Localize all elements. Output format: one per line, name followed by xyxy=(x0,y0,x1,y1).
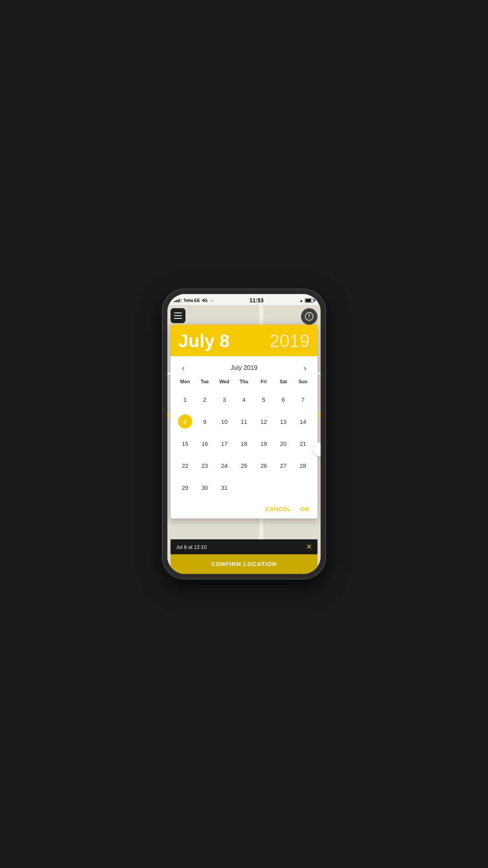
calendar-day[interactable]: 12 xyxy=(254,411,273,432)
menu-button[interactable] xyxy=(171,308,185,323)
weekday-label: Thu xyxy=(234,377,254,386)
calendar-day[interactable]: 15 xyxy=(175,433,195,454)
signal-bar-1 xyxy=(174,301,176,302)
status-left: Telia EE 4G ↔ xyxy=(174,298,214,303)
calendar-day[interactable]: 3 xyxy=(215,389,234,410)
calendar-header-day: July 8 xyxy=(178,332,229,350)
battery-fill xyxy=(306,299,311,302)
calendar-actions: CANCEL OK xyxy=(171,502,317,519)
calendar-day[interactable]: 28 xyxy=(293,455,313,476)
calendar-overlay: July 8 2019 ‹ July 2019 › MonTueWedThuFr… xyxy=(167,325,321,574)
calendar-day[interactable]: 21 xyxy=(293,433,313,454)
weekday-label: Fri xyxy=(254,377,273,386)
calendar-month-label: July 2019 xyxy=(231,364,258,371)
signal-bars xyxy=(174,298,182,302)
calendar-day[interactable]: 9 xyxy=(195,411,215,432)
menu-line-3 xyxy=(174,318,182,319)
phone-screen: Telia EE 4G ↔ 11:53 ▲ Pardi Marta Rah xyxy=(167,294,321,574)
calendar-weekdays: MonTueWedThuFriSatSun xyxy=(175,377,313,386)
calendar-header: July 8 2019 xyxy=(171,325,317,356)
battery-indicator xyxy=(305,298,314,303)
ok-button[interactable]: OK xyxy=(301,506,310,512)
weekday-label: Mon xyxy=(175,377,195,386)
calendar-day[interactable]: 4 xyxy=(234,389,254,410)
calendar-day[interactable]: 2 xyxy=(195,389,215,410)
svg-marker-2 xyxy=(308,316,310,320)
status-bar: Telia EE 4G ↔ 11:53 ▲ xyxy=(167,294,321,305)
calendar-day[interactable]: 20 xyxy=(273,433,293,454)
weekday-label: Wed xyxy=(215,377,234,386)
weekday-label: Sat xyxy=(273,377,293,386)
calendar-nav: ‹ July 2019 › xyxy=(171,356,317,377)
calendar-day[interactable]: 29 xyxy=(175,477,195,498)
signal-bar-4 xyxy=(180,298,182,302)
status-right: ▲ xyxy=(299,298,314,303)
calendar-day xyxy=(273,477,293,498)
calendar-modal: July 8 2019 ‹ July 2019 › MonTueWedThuFr… xyxy=(171,325,317,519)
calendar-days: 1234567891011121314151617181920212223242… xyxy=(175,389,313,498)
data-icon: ↔ xyxy=(210,298,214,303)
network-label: 4G xyxy=(202,298,208,303)
calendar-day[interactable]: 23 xyxy=(195,455,215,476)
calendar-day[interactable]: 18 xyxy=(234,433,254,454)
cancel-button[interactable]: CANCEL xyxy=(265,506,291,512)
compass-icon xyxy=(305,312,314,321)
weekday-label: Tue xyxy=(195,377,215,386)
map-area: Pardi Marta Rahu Magdalena St xyxy=(167,305,321,574)
menu-line-1 xyxy=(174,313,182,313)
calendar-day[interactable]: 27 xyxy=(273,455,293,476)
svg-marker-1 xyxy=(308,313,310,316)
status-time: 11:53 xyxy=(250,297,264,303)
selected-day[interactable]: 8 xyxy=(175,411,195,432)
calendar-day[interactable]: 19 xyxy=(254,433,273,454)
calendar-day[interactable]: 22 xyxy=(175,455,195,476)
calendar-grid: MonTueWedThuFriSatSun 123456789101112131… xyxy=(171,377,317,502)
calendar-day xyxy=(234,477,254,498)
next-month-button[interactable]: › xyxy=(299,362,311,374)
calendar-day xyxy=(254,477,273,498)
calendar-day[interactable]: 25 xyxy=(234,455,254,476)
calendar-header-year: 2019 xyxy=(270,332,310,350)
calendar-day xyxy=(293,477,313,498)
compass-button[interactable] xyxy=(301,308,317,325)
calendar-day[interactable]: 16 xyxy=(195,433,215,454)
calendar-day[interactable]: 1 xyxy=(175,389,195,410)
calendar-day[interactable]: 26 xyxy=(254,455,273,476)
location-icon: ▲ xyxy=(299,298,303,303)
carrier-label: Telia EE xyxy=(183,298,200,303)
calendar-day[interactable]: 31 xyxy=(215,477,234,498)
calendar-day[interactable]: 11 xyxy=(234,411,254,432)
signal-bar-3 xyxy=(178,299,180,302)
prev-month-button[interactable]: ‹ xyxy=(177,362,189,374)
calendar-day[interactable]: 10 xyxy=(215,411,234,432)
signal-bar-2 xyxy=(176,300,178,302)
menu-line-2 xyxy=(174,315,182,316)
calendar-day[interactable]: 24 xyxy=(215,455,234,476)
calendar-day[interactable]: 13 xyxy=(273,411,293,432)
calendar-day[interactable]: 30 xyxy=(195,477,215,498)
calendar-day[interactable]: 5 xyxy=(254,389,273,410)
calendar-day[interactable]: 6 xyxy=(273,389,293,410)
phone-frame: Telia EE 4G ↔ 11:53 ▲ Pardi Marta Rah xyxy=(163,289,325,579)
calendar-day[interactable]: 14 xyxy=(293,411,313,432)
calendar-day[interactable]: 7 xyxy=(293,389,313,410)
weekday-label: Sun xyxy=(293,377,313,386)
calendar-day[interactable]: 17 xyxy=(215,433,234,454)
